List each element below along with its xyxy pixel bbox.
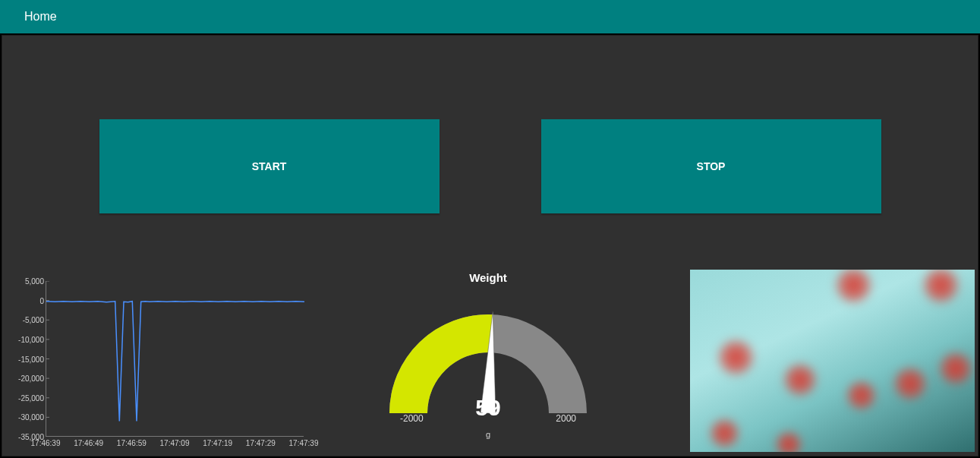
x-tick-label: 17:47:29 [246, 439, 276, 447]
y-tick-label: 0 [39, 296, 44, 305]
line-chart-svg [46, 281, 304, 437]
image-marker [920, 270, 962, 306]
image-marker [891, 365, 929, 403]
y-tick-label: -25,000 [18, 393, 44, 402]
x-tick-label: 17:47:19 [203, 439, 232, 447]
line-chart: 5,0000-5,000-10,000-15,000-20,000-25,000… [8, 281, 307, 448]
gauge-range-labels: -2000 2000 [382, 413, 594, 428]
gauge-body: 59 [382, 299, 594, 421]
x-axis: 17:46:3917:46:4917:46:5917:47:0917:47:19… [46, 439, 304, 450]
page-title: Home [24, 10, 57, 24]
app-header: Home [0, 0, 980, 33]
weight-gauge: Weight 59 -2000 2000 g [374, 270, 602, 456]
y-axis: 5,0000-5,000-10,000-15,000-20,000-25,000… [8, 281, 46, 437]
y-tick-label: -20,000 [18, 374, 44, 383]
image-marker [707, 416, 742, 450]
widgets-row: 5,0000-5,000-10,000-15,000-20,000-25,000… [2, 270, 978, 456]
x-tick-label: 17:46:39 [31, 439, 61, 447]
y-tick-label: 5,000 [25, 277, 44, 286]
line-series [46, 302, 304, 422]
x-tick-label: 17:46:49 [74, 439, 103, 447]
image-marker [715, 336, 757, 378]
plot-area [46, 281, 304, 437]
image-marker [833, 270, 874, 306]
gauge-max-label: 2000 [556, 413, 576, 424]
control-buttons: START STOP [2, 119, 978, 213]
image-marker [774, 429, 804, 452]
y-tick-label: -5,000 [23, 316, 44, 324]
gauge-title: Weight [374, 271, 602, 284]
stop-button[interactable]: STOP [541, 119, 881, 213]
y-tick-label: -30,000 [18, 413, 44, 422]
x-tick-label: 17:46:59 [117, 439, 147, 447]
gauge-min-label: -2000 [400, 413, 424, 424]
image-marker [937, 349, 975, 387]
image-marker [781, 361, 819, 399]
y-tick-label: -10,000 [18, 335, 44, 343]
y-tick-label: -15,000 [18, 355, 44, 363]
x-tick-label: 17:47:39 [289, 439, 319, 447]
main-content: START STOP 5,0000-5,000-10,000-15,000-20… [2, 35, 978, 456]
x-tick-label: 17:47:09 [160, 439, 190, 447]
camera-feed [690, 270, 975, 452]
start-button[interactable]: START [99, 119, 440, 213]
gauge-unit: g [374, 430, 602, 439]
image-marker [844, 378, 878, 412]
